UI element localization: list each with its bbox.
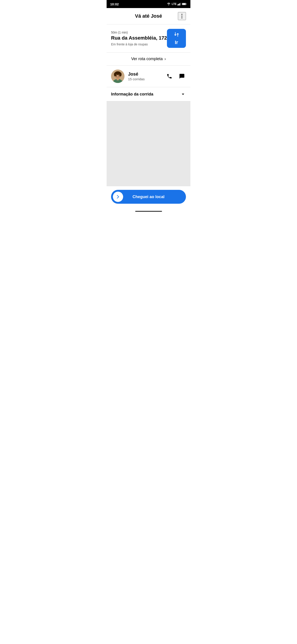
arrived-btn-arrow — [113, 192, 123, 202]
chat-button[interactable] — [178, 72, 186, 80]
status-time: 10:02 — [110, 2, 119, 6]
home-indicator — [107, 209, 190, 213]
menu-button[interactable] — [178, 12, 186, 20]
driver-section: José 15 corridas — [107, 66, 190, 87]
svg-rect-3 — [180, 3, 181, 5]
driver-rides: 15 corridas — [128, 77, 162, 81]
driver-name: José — [128, 72, 162, 77]
header: Vá até José — [107, 8, 190, 24]
nav-info: 50m (1 min) Rua da Assembléia, 172 Em fr… — [111, 31, 167, 46]
nav-address: Rua da Assembléia, 172 — [111, 35, 167, 41]
driver-actions — [165, 72, 186, 80]
navigation-card: 50m (1 min) Rua da Assembléia, 172 Em fr… — [107, 24, 190, 52]
route-link-text: Ver rota completa — [131, 56, 163, 61]
bottom-bar: Cheguei ao local — [107, 186, 190, 209]
svg-point-13 — [119, 72, 122, 76]
svg-rect-0 — [177, 4, 178, 6]
svg-rect-2 — [179, 3, 180, 6]
svg-rect-5 — [182, 3, 186, 5]
home-indicator-bar — [135, 211, 162, 212]
status-icons: LTE — [167, 2, 187, 6]
arrow-right-icon — [116, 194, 120, 199]
svg-point-16 — [116, 75, 117, 76]
ride-info-label: Informação da corrida — [111, 92, 153, 96]
go-label: Ir — [175, 40, 178, 46]
svg-point-12 — [114, 72, 116, 76]
wifi-icon — [167, 2, 171, 6]
call-button[interactable] — [165, 72, 173, 80]
driver-avatar — [111, 70, 124, 83]
svg-point-15 — [119, 75, 120, 76]
swap-icon — [174, 32, 179, 37]
status-bar: 10:02 LTE — [107, 0, 190, 8]
driver-info: José 15 corridas — [128, 72, 162, 81]
arrived-btn-label: Cheguei ao local — [133, 194, 164, 199]
three-dots-icon — [181, 14, 182, 18]
page-title: Vá até José — [119, 13, 178, 19]
nav-landmark: Em frente à loja de roupas — [111, 42, 167, 46]
battery-icon — [182, 2, 187, 6]
ride-info-accordion[interactable]: Informação da corrida — [107, 87, 190, 101]
avatar-image — [111, 70, 124, 83]
lte-label: LTE — [172, 2, 177, 6]
signal-icon — [177, 2, 181, 6]
go-icon — [174, 32, 179, 39]
nav-distance: 50m (1 min) — [111, 31, 167, 34]
svg-rect-1 — [178, 4, 179, 5]
chevron-right-icon: › — [164, 56, 166, 61]
chat-icon — [179, 73, 185, 79]
svg-point-17 — [119, 75, 120, 76]
phone-icon — [167, 73, 172, 79]
view-full-route[interactable]: Ver rota completa › — [107, 52, 190, 66]
chevron-down-icon — [180, 91, 186, 97]
svg-point-14 — [116, 75, 117, 76]
svg-rect-6 — [186, 4, 186, 4]
arrived-button[interactable]: Cheguei ao local — [111, 190, 186, 204]
map-area — [107, 101, 190, 186]
go-button[interactable]: Ir — [167, 29, 186, 48]
